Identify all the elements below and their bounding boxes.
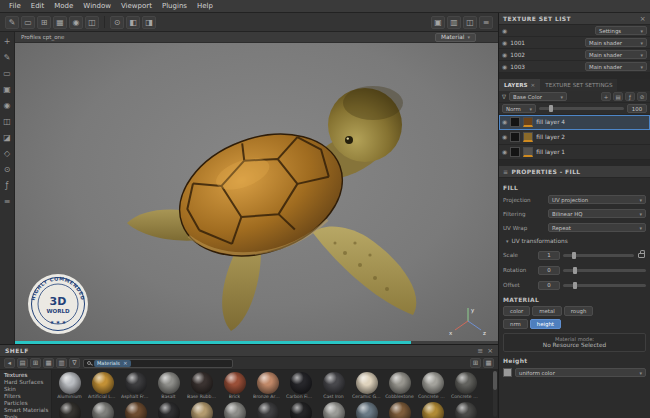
- material-item[interactable]: Cobblestone: [385, 372, 414, 400]
- viewport-3d[interactable]: Profiles cpt_one Material ▾: [15, 32, 498, 344]
- uniform-color-dropdown[interactable]: uniform color ▾: [515, 368, 646, 377]
- material-item[interactable]: Carbon Fiber: [286, 372, 315, 400]
- rotation-value[interactable]: 0: [538, 266, 560, 275]
- visibility-icon[interactable]: ◉: [502, 134, 507, 140]
- smudge-strip-icon[interactable]: ◉: [4, 102, 11, 110]
- shelf-search[interactable]: Materials ×: [83, 359, 233, 368]
- perspective-icon[interactable]: ◨: [142, 16, 156, 29]
- tab-texture-set-settings[interactable]: TEXTURE SET SETTINGS: [540, 79, 617, 91]
- flat-view-icon[interactable]: ▥: [56, 358, 67, 368]
- material-mode-box[interactable]: Material mode: No Resource Selected: [503, 333, 646, 352]
- slider-knob[interactable]: [573, 267, 577, 274]
- menu-window[interactable]: Window: [78, 2, 116, 10]
- menu-mode[interactable]: Mode: [49, 2, 78, 10]
- channel-dropdown[interactable]: Base Color ▾: [509, 92, 567, 101]
- brush-tool-icon[interactable]: ✎: [4, 54, 11, 62]
- menu-help[interactable]: Help: [192, 2, 218, 10]
- polygon-fill-tool-icon[interactable]: ▦: [53, 16, 67, 29]
- material-item[interactable]: Bronze Armor: [253, 372, 282, 400]
- tab-layers[interactable]: LAYERS ×: [499, 79, 540, 91]
- texture-set-settings-dropdown[interactable]: Settings ▾: [595, 26, 647, 35]
- layer-filter-icon[interactable]: ∇: [502, 93, 506, 100]
- material-item[interactable]: Concrete New: [451, 372, 480, 400]
- channel-rough-button[interactable]: rough: [564, 306, 594, 316]
- material-item[interactable]: [187, 402, 216, 418]
- axis-gizmo[interactable]: y x z: [446, 303, 490, 337]
- material-item[interactable]: Artificial Leather: [88, 372, 117, 400]
- layer-row[interactable]: ◉fill layer 1: [499, 145, 650, 160]
- projection-dropdown[interactable]: UV projection ▾: [548, 195, 646, 204]
- texture-set-row[interactable]: ◉1003Main shader▾: [499, 61, 650, 73]
- eraser-tool-icon[interactable]: ▭: [21, 16, 35, 29]
- visibility-icon[interactable]: ◉: [502, 149, 507, 155]
- material-item[interactable]: [385, 402, 414, 418]
- mask-tool-icon[interactable]: ◪: [3, 134, 11, 142]
- blend-mode-dropdown[interactable]: Norm ▾: [502, 104, 536, 113]
- symmetry-icon[interactable]: ⊙: [110, 16, 124, 29]
- shelf-category-filters[interactable]: Filters: [0, 393, 51, 400]
- viewport-material-dropdown[interactable]: Material ▾: [435, 33, 476, 42]
- opacity-slider[interactable]: [539, 107, 624, 110]
- effects-tool-icon[interactable]: ƒ: [6, 182, 9, 190]
- channel-nrm-button[interactable]: nrm: [503, 319, 528, 329]
- add-effect-icon[interactable]: ƒ: [625, 92, 635, 101]
- filter-icon[interactable]: ∇: [69, 358, 80, 368]
- lazy-mouse-icon[interactable]: ◧: [126, 16, 140, 29]
- shelf-category-smart-materials[interactable]: Smart Materials: [0, 407, 51, 414]
- uv-transformations-toggle[interactable]: ▾ UV transformations: [503, 236, 646, 246]
- material-item[interactable]: [55, 402, 84, 418]
- delete-layer-icon[interactable]: ⊘: [637, 92, 647, 101]
- shelf-category-textures[interactable]: Textures: [0, 372, 51, 379]
- opacity-value[interactable]: 100: [627, 104, 647, 113]
- material-item[interactable]: Asphalt Fresh: [121, 372, 150, 400]
- channel-color-button[interactable]: color: [503, 306, 530, 316]
- material-item[interactable]: [286, 402, 315, 418]
- material-item[interactable]: Ceramic Gres: [352, 372, 381, 400]
- panel-menu-icon[interactable]: ≡: [503, 168, 508, 175]
- slider-knob[interactable]: [573, 282, 577, 289]
- search-filter-tag[interactable]: Materials ×: [94, 360, 131, 367]
- slider-knob[interactable]: [572, 252, 576, 259]
- offset-slider[interactable]: [563, 284, 646, 287]
- rotation-slider[interactable]: [563, 269, 646, 272]
- layer-row[interactable]: ◉fill layer 2: [499, 130, 650, 145]
- close-icon[interactable]: ×: [487, 347, 493, 355]
- close-tab-icon[interactable]: ×: [531, 82, 536, 88]
- thumb-small-icon[interactable]: ⊞: [470, 358, 481, 368]
- material-item[interactable]: [352, 402, 381, 418]
- clone-tool-icon[interactable]: ◫: [85, 16, 99, 29]
- panel-menu-icon[interactable]: ≡: [477, 347, 483, 355]
- display-settings-icon[interactable]: ▥: [447, 16, 461, 29]
- shader-dropdown[interactable]: Main shader▾: [585, 62, 647, 71]
- shelf-scrollbar[interactable]: [493, 371, 497, 417]
- shelf-category-hard-surfaces[interactable]: Hard Surfaces: [0, 379, 51, 386]
- add-layer-icon[interactable]: +: [601, 92, 611, 101]
- material-item[interactable]: [418, 402, 447, 418]
- material-item[interactable]: Aluminium: [55, 372, 84, 400]
- material-item[interactable]: Concrete Dirty: [418, 372, 447, 400]
- menu-edit[interactable]: Edit: [26, 2, 50, 10]
- material-item[interactable]: Basalt: [154, 372, 183, 400]
- shelf-category-tools[interactable]: Tools: [0, 414, 51, 418]
- offset-value[interactable]: 0: [538, 281, 560, 290]
- uv-wrap-dropdown[interactable]: Repeat ▾: [548, 223, 646, 232]
- shader-dropdown[interactable]: Main shader▾: [585, 50, 647, 59]
- menu-viewport[interactable]: Viewport: [116, 2, 157, 10]
- material-item[interactable]: [319, 402, 348, 418]
- more-options-icon[interactable]: ≡: [479, 16, 493, 29]
- remove-filter-icon[interactable]: ×: [123, 360, 128, 366]
- material-item[interactable]: [220, 402, 249, 418]
- channel-metal-button[interactable]: metal: [532, 306, 561, 316]
- texture-set-row[interactable]: ◉1002Main shader▾: [499, 49, 650, 61]
- add-folder-icon[interactable]: ▤: [613, 92, 623, 101]
- geometry-tool-icon[interactable]: ◇: [4, 150, 10, 158]
- material-item[interactable]: [121, 402, 150, 418]
- thumb-large-icon[interactable]: ▦: [483, 358, 494, 368]
- scale-value[interactable]: 1: [538, 251, 560, 260]
- visibility-icon[interactable]: ◉: [502, 40, 507, 46]
- layer-row[interactable]: ◉fill layer 4: [499, 115, 650, 130]
- channel-height-button[interactable]: height: [530, 319, 561, 329]
- menu-file[interactable]: File: [4, 2, 26, 10]
- clone-strip-icon[interactable]: ◫: [3, 118, 11, 126]
- material-item[interactable]: [451, 402, 480, 418]
